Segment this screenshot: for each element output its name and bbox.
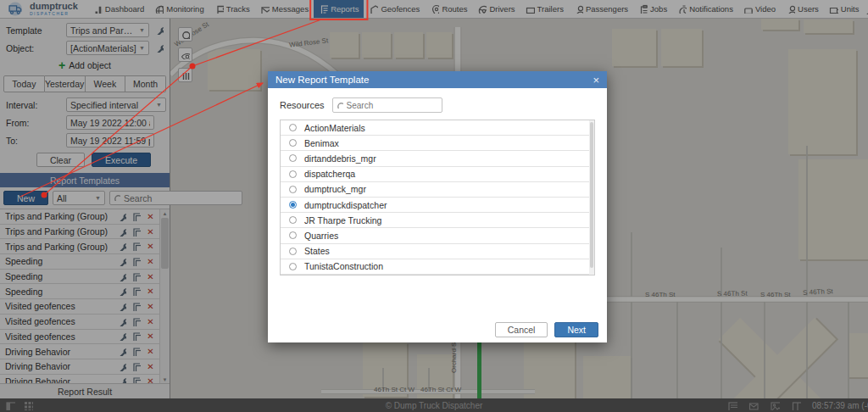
- resource-row[interactable]: States: [281, 244, 594, 259]
- resource-list: ActionMaterials Benimax dirtanddebris_mg…: [280, 120, 595, 276]
- radio-icon[interactable]: [289, 216, 297, 224]
- scroll-thumb[interactable]: [590, 122, 593, 268]
- resource-row[interactable]: dumptruckdispatcher: [281, 198, 594, 213]
- radio-icon[interactable]: [289, 248, 297, 255]
- resource-name: ActionMaterials: [304, 123, 365, 133]
- resource-row[interactable]: Benimax: [281, 136, 594, 151]
- resource-row[interactable]: dirtanddebris_mgr: [281, 151, 594, 166]
- resource-name: dispatcherqa: [304, 169, 355, 179]
- resource-name: Quarries: [304, 231, 338, 241]
- resource-row[interactable]: dumptruck_mgr: [281, 182, 594, 198]
- radio-icon[interactable]: [289, 124, 297, 131]
- resource-row[interactable]: Quarries: [281, 228, 594, 243]
- resource-search-input[interactable]: [332, 97, 442, 113]
- search-icon: [336, 101, 343, 109]
- modal-title: New Report Template: [275, 75, 369, 85]
- next-button[interactable]: Next: [554, 322, 598, 337]
- resource-name: dumptruckdispatcher: [304, 200, 387, 210]
- resource-name: Benimax: [304, 138, 339, 148]
- modal: New Report Template × Resources ActionMa…: [268, 71, 607, 342]
- resource-name: States: [304, 246, 330, 256]
- resource-name: JR Tharpe Trucking: [304, 215, 381, 225]
- resource-row[interactable]: dispatcherqa: [281, 167, 594, 182]
- radio-icon[interactable]: [289, 231, 297, 239]
- app-window: Wild Rose St Wild Rose St S 46Th St S 46…: [0, 0, 868, 412]
- modal-scrollbar[interactable]: [589, 120, 594, 275]
- resource-name: dumptruck_mgr: [304, 184, 366, 194]
- close-icon[interactable]: ×: [593, 75, 599, 86]
- resources-label: Resources: [280, 100, 325, 110]
- radio-icon[interactable]: [289, 263, 297, 270]
- resource-row[interactable]: ActionMaterials: [281, 120, 594, 136]
- radio-icon[interactable]: [289, 170, 297, 178]
- resource-name: dirtanddebris_mgr: [304, 153, 376, 164]
- resource-name: TunistaConstruction: [304, 261, 383, 271]
- resource-row[interactable]: TunistaConstruction: [281, 259, 594, 275]
- cancel-button[interactable]: Cancel: [495, 322, 548, 337]
- radio-icon[interactable]: [289, 139, 297, 147]
- radio-icon[interactable]: [289, 154, 297, 162]
- resource-row[interactable]: JR Tharpe Trucking: [281, 213, 594, 228]
- radio-icon[interactable]: [289, 186, 297, 193]
- radio-icon[interactable]: [289, 201, 297, 209]
